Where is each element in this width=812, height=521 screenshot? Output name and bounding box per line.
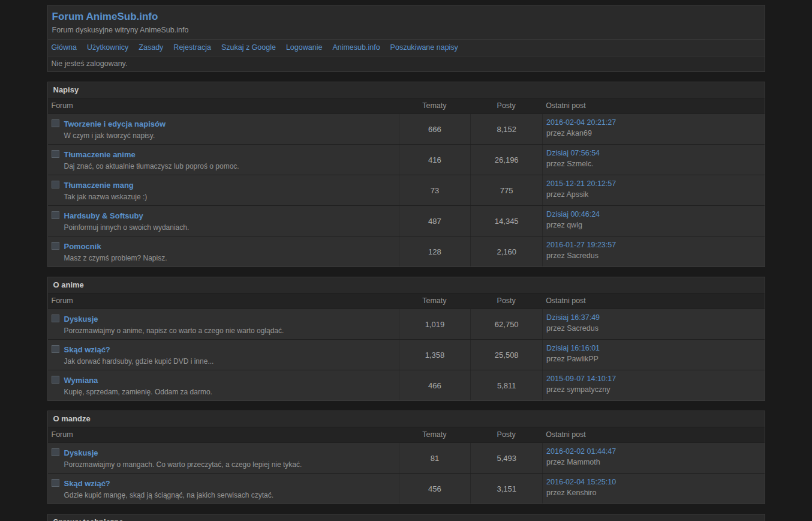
post-count: 26,196	[470, 145, 542, 175]
forum-subtitle: Forum dyskusyjne witryny AnimeSub.info	[52, 26, 760, 34]
last-post-author: przez PawlikPP	[546, 355, 760, 363]
last-post-link[interactable]: Dzisiaj 00:46:24	[546, 210, 600, 218]
last-post-link[interactable]: 2015-09-07 14:10:17	[546, 375, 616, 383]
column-header: Posty	[470, 427, 542, 442]
forum-status-icon	[52, 315, 59, 322]
forum-link[interactable]: Wymiana	[64, 376, 98, 385]
forum-status-icon	[52, 448, 59, 456]
forum-row: Tłumaczenie mangTak jak nazwa wskazuje :…	[48, 175, 765, 205]
forum-description: Poinformuj innych o swoich wydaniach.	[64, 223, 190, 232]
forum-status-icon	[52, 242, 59, 250]
last-post-link[interactable]: 2016-02-02 01:44:47	[546, 447, 616, 456]
last-post-link[interactable]: 2016-02-04 20:21:27	[546, 118, 616, 127]
nav-link[interactable]: Poszukiwane napisy	[390, 43, 458, 52]
last-post-link[interactable]: 2016-01-27 19:23:57	[546, 241, 616, 249]
nav-link[interactable]: Logowanie	[286, 43, 322, 52]
forum-row: DyskusjePorozmawiajmy o anime, napisz co…	[48, 309, 765, 339]
last-post-cell: 2016-02-04 20:21:27przez Akan69	[542, 114, 764, 144]
column-header: Tematy	[399, 427, 471, 442]
forum-status-icon	[52, 376, 59, 384]
forum-link[interactable]: Dyskusje	[64, 315, 98, 324]
post-count: 3,151	[470, 474, 542, 504]
last-post-author: przez Sacredus	[546, 251, 760, 260]
last-post-link[interactable]: 2016-02-04 15:25:10	[546, 478, 616, 486]
forum-link[interactable]: Tłumaczenie anime	[64, 150, 136, 159]
forum-category: Sprawy techniczneForumTematyPostyOstatni…	[47, 514, 765, 521]
forum-description: Masz z czymś problem? Napisz.	[64, 254, 167, 262]
forum-status-icon	[52, 479, 59, 487]
post-count: 8,152	[470, 114, 542, 144]
nav-link[interactable]: Szukaj z Google	[221, 43, 276, 52]
post-count: 14,345	[470, 206, 542, 236]
nav-link[interactable]: Rejestracja	[173, 43, 211, 52]
last-post-cell: 2016-02-02 01:44:47przez Mammoth	[542, 443, 764, 473]
forum-row: PomocnikMasz z czymś problem? Napisz.128…	[48, 236, 765, 267]
forum-link[interactable]: Tworzenie i edycja napisów	[64, 119, 166, 128]
category-title: Napisy	[48, 82, 765, 98]
forum-description: Porozmawiajmy o anime, napisz co warto a…	[64, 327, 284, 335]
forum-link[interactable]: Tłumaczenie mang	[64, 181, 134, 190]
last-post-link[interactable]: Dzisiaj 07:56:54	[546, 149, 600, 157]
last-post-cell: Dzisiaj 16:16:01przez PawlikPP	[542, 340, 764, 370]
forum-description: Tak jak nazwa wskazuje :)	[64, 193, 148, 201]
last-post-link[interactable]: Dzisiaj 16:16:01	[546, 344, 600, 352]
post-count: 25,508	[470, 340, 542, 370]
nav-link[interactable]: Animesub.info	[332, 43, 380, 52]
forum-description: Daj znać, co aktualnie tłumaczysz lub po…	[64, 162, 239, 170]
column-header: Forum	[48, 98, 399, 113]
forum-status-icon	[52, 345, 59, 353]
nav-link[interactable]: Zasady	[139, 43, 163, 52]
category-title: O anime	[48, 277, 765, 293]
forum-row: Skąd wziąć?Gdzie kupić mangę, skąd ją śc…	[48, 473, 765, 504]
forum-description: Porozmawiajmy o mangach. Co warto przecz…	[64, 460, 302, 469]
forum-title-link[interactable]: Forum AnimeSub.info	[52, 11, 158, 23]
topic-count: 81	[399, 443, 471, 473]
forum-status-icon	[52, 150, 59, 158]
forum-status-icon	[52, 119, 59, 127]
nav-link[interactable]: Użytkownicy	[87, 43, 128, 52]
table-header-row: ForumTematyPostyOstatni post	[48, 293, 765, 309]
post-count: 62,750	[470, 309, 542, 339]
nav-link[interactable]: Główna	[52, 43, 77, 52]
forum-row: DyskusjePorozmawiajmy o mangach. Co wart…	[48, 442, 765, 473]
forum-description: Jak dorwać hardsuby, gdzie kupić DVD i i…	[64, 357, 214, 366]
forum-row: Skąd wziąć?Jak dorwać hardsuby, gdzie ku…	[48, 339, 765, 370]
forum-text: Tworzenie i edycja napisówW czym i jak t…	[64, 118, 166, 140]
last-post-author: przez Szmelc.	[546, 160, 760, 168]
last-post-author: przez Sacredus	[546, 324, 760, 333]
topic-count: 666	[399, 114, 471, 144]
post-count: 2,160	[470, 236, 542, 267]
forum-text: Tłumaczenie mangTak jak nazwa wskazuje :…	[64, 179, 148, 201]
column-header: Ostatni post	[542, 98, 764, 113]
last-post-link[interactable]: 2015-12-21 20:12:57	[546, 179, 616, 188]
topic-count: 487	[399, 206, 471, 236]
column-header: Tematy	[399, 294, 471, 309]
forum-link[interactable]: Dyskusje	[64, 448, 98, 457]
topic-count: 128	[399, 236, 471, 267]
forum-link[interactable]: Hardsuby & Softsuby	[64, 211, 143, 220]
column-header: Tematy	[399, 98, 471, 113]
forum-row: Tworzenie i edycja napisówW czym i jak t…	[48, 113, 765, 144]
forum-text: Skąd wziąć?Gdzie kupić mangę, skąd ją śc…	[64, 478, 274, 499]
last-post-cell: 2016-01-27 19:23:57przez Sacredus	[542, 236, 764, 267]
forum-link[interactable]: Skąd wziąć?	[64, 345, 110, 354]
forum-row: WymianaKupię, sprzedam, zamienię. Oddam …	[48, 370, 765, 400]
column-header: Ostatni post	[542, 427, 764, 442]
last-post-cell: Dzisiaj 16:37:49przez Sacredus	[542, 309, 764, 339]
main-nav: GłównaUżytkownicyZasadyRejestracjaSzukaj…	[47, 39, 765, 56]
last-post-link[interactable]: Dzisiaj 16:37:49	[546, 313, 600, 322]
forum-status-icon	[52, 211, 59, 219]
forum-category: NapisyForumTematyPostyOstatni postTworze…	[47, 82, 765, 267]
post-count: 5,811	[470, 370, 542, 400]
column-header: Forum	[48, 427, 399, 442]
forum-text: PomocnikMasz z czymś problem? Napisz.	[64, 241, 167, 262]
forum-link[interactable]: Pomocnik	[64, 242, 101, 251]
forum-description: Gdzie kupić mangę, skąd ją ściągnąć, na …	[64, 491, 274, 499]
forum-row: Tłumaczenie animeDaj znać, co aktualnie …	[48, 144, 765, 175]
forum-text: WymianaKupię, sprzedam, zamienię. Oddam …	[64, 375, 212, 396]
last-post-cell: 2016-02-04 15:25:10przez Kenshiro	[542, 474, 764, 504]
column-header: Forum	[48, 294, 399, 309]
forum-link[interactable]: Skąd wziąć?	[64, 479, 110, 488]
category-title: O mandze	[48, 411, 765, 427]
login-status: Nie jesteś zalogowany.	[47, 56, 765, 72]
